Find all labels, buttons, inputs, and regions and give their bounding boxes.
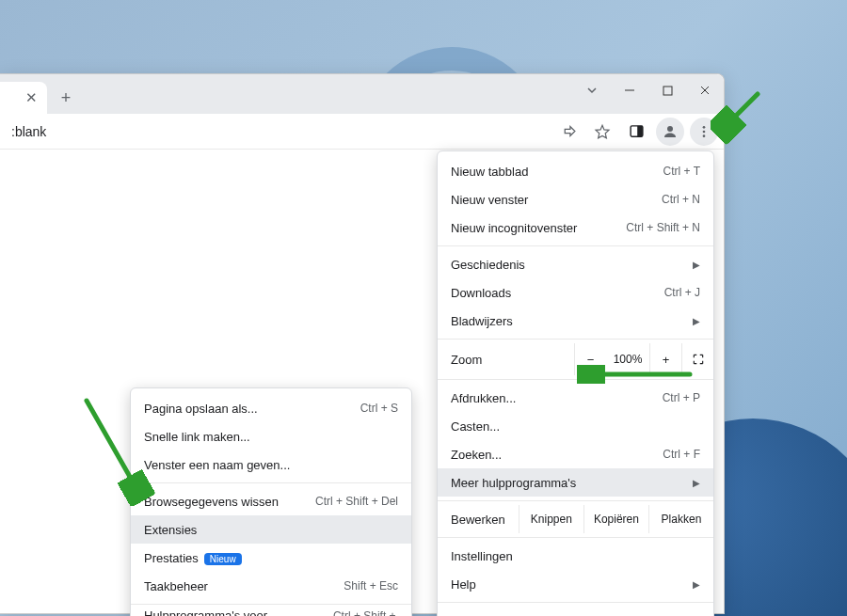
submenu-extensions[interactable]: Extensies xyxy=(131,515,411,544)
menu-more-tools[interactable]: Meer hulpprogramma's▶ xyxy=(438,468,713,497)
close-icon[interactable]: ✕ xyxy=(25,89,38,106)
profile-icon[interactable] xyxy=(656,118,684,146)
maximize-button[interactable] xyxy=(648,76,686,104)
chevron-right-icon: ▶ xyxy=(693,478,700,488)
submenu-clear-browsing[interactable]: Browsegegevens wissenCtrl + Shift + Del xyxy=(131,487,411,515)
menu-history[interactable]: Geschiedenis▶ xyxy=(438,250,713,278)
submenu-devtools[interactable]: Hulpprogramma's voor ontwikkelaarsCtrl +… xyxy=(131,608,411,616)
share-icon[interactable] xyxy=(554,118,583,146)
toolbar: :blank xyxy=(0,114,724,150)
menu-edit-row: Bewerken Knippen Kopiëren Plakken xyxy=(438,505,713,533)
submenu-name-window[interactable]: Venster een naam geven... xyxy=(131,450,411,479)
menu-new-window[interactable]: Nieuw vensterCtrl + N xyxy=(438,185,713,213)
menu-print[interactable]: Afdrukken...Ctrl + P xyxy=(438,384,713,412)
menu-downloads[interactable]: DownloadsCtrl + J xyxy=(438,278,713,307)
annotation-arrow xyxy=(572,365,695,384)
svg-point-4 xyxy=(667,126,673,132)
chevron-right-icon: ▶ xyxy=(693,579,700,590)
svg-point-6 xyxy=(703,130,706,133)
submenu-save-page[interactable]: Pagina opslaan als...Ctrl + S xyxy=(131,394,411,422)
annotation-arrow xyxy=(75,393,160,506)
tab-search-button[interactable] xyxy=(573,76,611,104)
chevron-right-icon: ▶ xyxy=(693,316,700,326)
minimize-button[interactable] xyxy=(611,76,648,104)
address-bar-text[interactable]: :blank xyxy=(6,124,46,139)
submenu-create-shortcut[interactable]: Snelle link maken... xyxy=(131,422,411,450)
svg-rect-3 xyxy=(637,126,643,136)
submenu-performance[interactable]: PrestatiesNieuw xyxy=(131,544,411,572)
new-tab-button[interactable]: + xyxy=(53,85,79,111)
more-tools-submenu: Pagina opslaan als...Ctrl + S Snelle lin… xyxy=(130,387,412,616)
star-icon[interactable] xyxy=(588,118,616,146)
menu-find[interactable]: Zoeken...Ctrl + F xyxy=(438,440,713,468)
menu-bookmarks[interactable]: Bladwijzers▶ xyxy=(438,307,713,335)
svg-point-7 xyxy=(703,134,706,137)
menu-help[interactable]: Help▶ xyxy=(438,570,713,598)
svg-rect-1 xyxy=(663,87,672,95)
cut-button[interactable]: Knippen xyxy=(519,505,583,533)
annotation-arrow xyxy=(711,87,767,152)
chevron-right-icon: ▶ xyxy=(693,260,700,270)
submenu-taskmgr[interactable]: TaakbeheerShift + Esc xyxy=(131,572,411,600)
svg-point-5 xyxy=(703,126,706,129)
new-badge: Nieuw xyxy=(204,553,242,565)
menu-cast[interactable]: Casten... xyxy=(438,412,713,440)
sidepanel-icon[interactable] xyxy=(622,118,650,146)
browser-tab[interactable]: ✕ xyxy=(0,82,47,114)
menu-exit[interactable]: Sluiten xyxy=(438,607,713,616)
menu-new-incognito[interactable]: Nieuw incognitovensterCtrl + Shift + N xyxy=(438,213,713,242)
titlebar: ✕ + xyxy=(0,74,724,114)
zoom-percentage: 100% xyxy=(606,353,649,366)
menu-settings[interactable]: Instellingen xyxy=(438,542,713,570)
menu-new-tab[interactable]: Nieuw tabbladCtrl + T xyxy=(438,157,713,185)
copy-button[interactable]: Kopiëren xyxy=(583,505,648,533)
paste-button[interactable]: Plakken xyxy=(648,505,713,533)
